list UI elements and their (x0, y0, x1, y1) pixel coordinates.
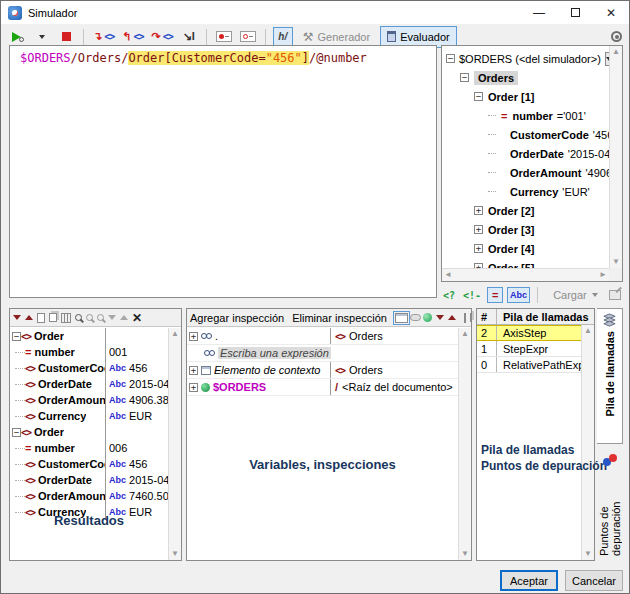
tree-node-order-4[interactable]: Order [4] (446, 239, 609, 258)
tree-attr-number[interactable]: = number ='001' (446, 106, 609, 125)
vertical-scrollbar[interactable]: ▲ ▼ (168, 328, 181, 560)
collapse-icon[interactable] (446, 54, 455, 63)
tab-breakpoints[interactable]: Puntos de depuración (597, 450, 623, 560)
result-row[interactable]: <>OrderAmount Abc7460.50 (10, 488, 168, 504)
document-icon[interactable] (37, 313, 45, 323)
scroll-up-icon[interactable]: ▲ (612, 48, 620, 56)
scroll-down-icon[interactable]: ▼ (461, 550, 469, 558)
accept-button[interactable]: Aceptar (500, 570, 558, 591)
collapse-icon[interactable] (460, 73, 469, 82)
tree-node-order-2[interactable]: Order [2] (446, 201, 609, 220)
tree-node-currency[interactable]: Currency 'EUR' (446, 182, 609, 201)
remove-breakpoints-button[interactable] (238, 27, 258, 47)
run-dropdown[interactable] (32, 27, 52, 47)
prev-result-icon[interactable] (25, 315, 33, 320)
collapse-icon[interactable] (474, 92, 483, 101)
scroll-down-icon[interactable]: ▼ (171, 550, 179, 558)
tree-node-orderdate[interactable]: OrderDate '2015-04-03' (446, 144, 609, 163)
copy-icon[interactable] (470, 313, 472, 322)
stop-button[interactable] (56, 27, 76, 47)
callstack-row[interactable]: 0 RelativePathExpr (477, 357, 581, 373)
expand-icon[interactable] (474, 206, 483, 215)
search-icon[interactable] (75, 314, 82, 321)
expand-icon[interactable] (189, 366, 198, 375)
move-up-icon[interactable] (120, 315, 128, 320)
vertical-scrollbar[interactable]: ▲ ▼ (581, 325, 594, 560)
add-watch-button[interactable]: Agregar inspección (190, 312, 284, 324)
vertical-scrollbar[interactable]: ▲ ▼ (458, 328, 471, 560)
remove-watch-button[interactable]: Eliminar inspección (292, 312, 387, 324)
result-row[interactable]: <>OrderDate Abc2015-04-03 (10, 376, 168, 392)
cancel-button[interactable]: Cancelar (565, 570, 623, 591)
result-row[interactable]: <>CustomerCode Abc456 (10, 456, 168, 472)
clear-results-icon[interactable]: ✕ (132, 312, 142, 324)
show-text-toggle[interactable]: Abc (507, 287, 530, 303)
minimize-icon[interactable]: — (521, 1, 557, 24)
maximize-icon[interactable] (557, 1, 593, 24)
result-row[interactable]: <>Order (10, 328, 168, 344)
expand-icon[interactable] (189, 332, 198, 341)
collapse-icon[interactable] (12, 332, 21, 341)
scroll-right-icon[interactable]: ► (599, 271, 607, 279)
watch-row-new-entry[interactable]: Escriba una expresión de inspe (187, 345, 458, 362)
step-over-button[interactable]: ↷<> (150, 27, 175, 47)
show-comments-toggle[interactable]: <!- (461, 287, 483, 303)
expand-icon[interactable] (474, 244, 483, 253)
scroll-left-icon[interactable]: ◄ (444, 271, 452, 279)
search-prev-icon[interactable] (97, 314, 104, 321)
show-attributes-toggle[interactable]: = (487, 287, 503, 303)
tree-node-order-5[interactable]: Order [5] (446, 258, 609, 268)
search-next-icon[interactable] (86, 314, 93, 321)
scroll-up-icon[interactable]: ▲ (461, 330, 469, 338)
watch-row-context-dot[interactable]: . <>Orders (187, 328, 458, 345)
horizontal-scrollbar[interactable]: ◄ ► (442, 268, 609, 281)
step-out-button[interactable]: ↰<> (120, 27, 145, 47)
result-row[interactable]: <>CustomerCode Abc456 (10, 360, 168, 376)
show-context-toggle-icon[interactable] (410, 314, 421, 321)
run-to-cursor-button[interactable]: ↘I (179, 27, 199, 47)
scroll-down-icon[interactable]: ▼ (584, 550, 592, 558)
columns-icon[interactable] (61, 313, 71, 323)
tree-node-order-1[interactable]: Order [1] (446, 87, 609, 106)
tree-node-order-3[interactable]: Order [3] (446, 220, 609, 239)
document-icon[interactable] (464, 313, 466, 323)
source-root-combo[interactable]: $ORDERS (<del simulador>) (446, 49, 609, 68)
tab-callstack[interactable]: Pila de llamadas (597, 308, 623, 444)
callstack-row-current[interactable]: 2 AxisStep (477, 325, 581, 341)
edit-source-icon[interactable] (609, 290, 621, 300)
settings-gear-icon[interactable] (611, 31, 622, 42)
show-pi-toggle[interactable]: <? (441, 287, 457, 303)
move-down-icon[interactable] (436, 315, 444, 320)
scroll-down-icon[interactable]: ▼ (612, 258, 620, 266)
tree-node-orders[interactable]: Orders (446, 68, 609, 87)
show-variables-toggle-icon[interactable] (423, 313, 432, 322)
result-row[interactable]: <>Currency AbcEUR (10, 408, 168, 424)
callstack-row[interactable]: 1 StepExpr (477, 341, 581, 357)
next-result-icon[interactable] (13, 315, 21, 320)
collapse-icon[interactable] (12, 428, 21, 437)
move-up-icon[interactable] (448, 315, 456, 320)
result-row[interactable]: <>OrderAmount Abc4906.38 (10, 392, 168, 408)
xpath-expression-editor[interactable]: $ORDERS/Orders/Order[CustomerCode="456"]… (9, 45, 437, 298)
watch-placeholder[interactable]: Escriba una expresión de inspe (218, 347, 331, 359)
tree-node-customercode[interactable]: CustomerCode '456' (446, 125, 609, 144)
expand-icon[interactable] (189, 383, 198, 392)
load-button[interactable]: Cargar (553, 289, 598, 301)
vertical-scrollbar[interactable]: ▲ ▼ (609, 46, 622, 268)
variable-row-orders[interactable]: $ORDERS /<Raíz del documento> (187, 379, 458, 396)
insert-breakpoint-button[interactable] (214, 27, 234, 47)
scroll-up-icon[interactable]: ▲ (171, 330, 179, 338)
scroll-up-icon[interactable]: ▲ (584, 327, 592, 335)
context-element-row[interactable]: Elemento de contexto <>Orders (187, 362, 458, 379)
expand-icon[interactable] (474, 225, 483, 234)
result-row[interactable]: <>OrderDate Abc2015-04-07 (10, 472, 168, 488)
close-icon[interactable]: ✕ (593, 1, 629, 24)
result-row[interactable]: =number 001 (10, 344, 168, 360)
move-down-icon[interactable] (108, 315, 116, 320)
show-watches-toggle-icon[interactable] (395, 313, 408, 323)
step-into-button[interactable]: ↴<> (91, 27, 116, 47)
result-row[interactable]: =number 006 (10, 440, 168, 456)
run-button[interactable] (8, 27, 28, 47)
copy-icon[interactable] (49, 313, 57, 322)
result-row[interactable]: <>Order (10, 424, 168, 440)
